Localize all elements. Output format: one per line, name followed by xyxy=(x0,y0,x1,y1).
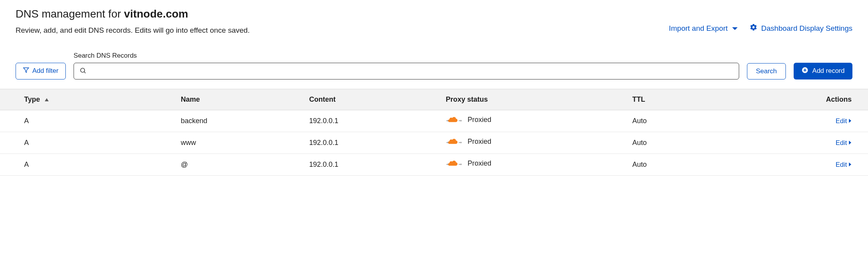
svg-marker-0 xyxy=(23,68,28,72)
sort-asc-icon xyxy=(44,95,49,104)
col-type[interactable]: Type xyxy=(0,89,173,110)
edit-button[interactable]: Edit xyxy=(836,161,852,169)
edit-button[interactable]: Edit xyxy=(836,139,852,147)
svg-line-2 xyxy=(84,72,86,73)
edit-label: Edit xyxy=(836,117,847,125)
cell-type: A xyxy=(0,110,173,132)
cloud-proxy-icon xyxy=(446,159,463,168)
edit-button[interactable]: Edit xyxy=(836,117,852,125)
col-type-label: Type xyxy=(24,95,40,103)
gear-icon xyxy=(750,23,757,33)
proxy-status-label: Proxied xyxy=(467,138,491,146)
chevron-right-icon xyxy=(849,139,852,147)
search-button[interactable]: Search xyxy=(747,63,786,79)
cell-name: www xyxy=(173,132,302,154)
plus-circle-icon xyxy=(801,67,808,76)
page-title: DNS management for vitnode.com xyxy=(16,8,250,20)
edit-label: Edit xyxy=(836,161,847,169)
chevron-right-icon xyxy=(849,117,852,125)
table-header-row: Type Name Content Proxy status TTL Actio… xyxy=(0,89,868,110)
page-title-domain: vitnode.com xyxy=(124,8,188,20)
cell-content: 192.0.0.1 xyxy=(301,110,438,132)
cell-actions: Edit xyxy=(716,154,868,175)
table-row: Awww192.0.0.1ProxiedAutoEdit xyxy=(0,132,868,154)
cell-proxy: Proxied xyxy=(438,132,624,154)
cell-type: A xyxy=(0,132,173,154)
search-label: Search DNS Records xyxy=(74,52,739,60)
display-settings-label: Dashboard Display Settings xyxy=(761,24,852,33)
dns-records-table: Type Name Content Proxy status TTL Actio… xyxy=(0,89,868,176)
edit-label: Edit xyxy=(836,139,847,147)
search-input-container[interactable] xyxy=(74,63,739,79)
cloud-proxy-icon xyxy=(446,116,463,124)
col-ttl-label: TTL xyxy=(632,95,645,103)
col-content[interactable]: Content xyxy=(301,89,438,110)
col-proxy[interactable]: Proxy status xyxy=(438,89,624,110)
proxy-status-label: Proxied xyxy=(467,116,491,124)
col-proxy-label: Proxy status xyxy=(446,95,488,103)
col-content-label: Content xyxy=(309,95,336,103)
col-name-label: Name xyxy=(181,95,200,103)
filter-icon xyxy=(23,67,29,75)
display-settings-link[interactable]: Dashboard Display Settings xyxy=(750,23,852,33)
import-export-dropdown[interactable]: Import and Export xyxy=(669,24,738,33)
col-name[interactable]: Name xyxy=(173,89,302,110)
search-icon xyxy=(79,67,86,75)
chevron-right-icon xyxy=(849,161,852,169)
table-row: Abackend192.0.0.1ProxiedAutoEdit xyxy=(0,110,868,132)
cell-ttl: Auto xyxy=(624,110,716,132)
cell-ttl: Auto xyxy=(624,132,716,154)
cell-proxy: Proxied xyxy=(438,154,624,175)
col-ttl[interactable]: TTL xyxy=(624,89,716,110)
page-subtitle: Review, add, and edit DNS records. Edits… xyxy=(16,25,250,36)
col-actions-label: Actions xyxy=(826,95,852,103)
add-record-label: Add record xyxy=(812,67,845,75)
add-filter-button[interactable]: Add filter xyxy=(16,63,66,79)
page-title-prefix: DNS management for xyxy=(16,8,124,20)
search-button-label: Search xyxy=(756,67,777,75)
cell-name: backend xyxy=(173,110,302,132)
cell-content: 192.0.0.1 xyxy=(301,154,438,175)
cell-actions: Edit xyxy=(716,132,868,154)
col-actions: Actions xyxy=(716,89,868,110)
proxy-status-label: Proxied xyxy=(467,159,491,168)
cell-content: 192.0.0.1 xyxy=(301,132,438,154)
caret-down-icon xyxy=(732,24,738,33)
cell-actions: Edit xyxy=(716,110,868,132)
cell-name: @ xyxy=(173,154,302,175)
svg-point-1 xyxy=(81,68,85,72)
cell-ttl: Auto xyxy=(624,154,716,175)
table-row: A@192.0.0.1ProxiedAutoEdit xyxy=(0,154,868,175)
import-export-label: Import and Export xyxy=(669,24,728,33)
cloud-proxy-icon xyxy=(446,138,463,146)
search-input[interactable] xyxy=(86,67,733,74)
cell-proxy: Proxied xyxy=(438,110,624,132)
cell-type: A xyxy=(0,154,173,175)
add-filter-label: Add filter xyxy=(32,67,58,75)
add-record-button[interactable]: Add record xyxy=(794,63,852,79)
